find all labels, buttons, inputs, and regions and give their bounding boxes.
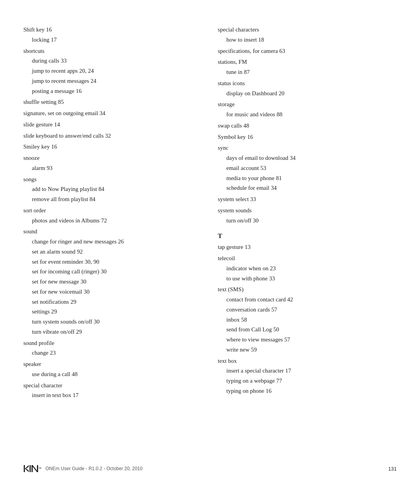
svg-rect-1 (24, 465, 25, 472)
index-sub-entry: media to your phone 81 (218, 173, 397, 183)
index-sub-entry: add to Now Playing playlist 84 (23, 184, 194, 194)
index-sub-entry: for music and videos 88 (218, 110, 397, 119)
index-main-entry: sound profile (23, 338, 194, 348)
index-main-entry: speaker (23, 359, 194, 369)
index-sub-entry: tune in 87 (218, 67, 397, 77)
index-sub-entry: set notifications 29 (23, 297, 194, 307)
index-main-entry: signature, set on outgoing email 34 (23, 108, 194, 118)
index-main-entry: slide gesture 14 (23, 120, 194, 130)
index-sub-entry: write new 59 (218, 345, 397, 355)
trademark-symbol: ™ (38, 467, 42, 471)
index-main-entry: sound (23, 227, 194, 236)
index-main-entry: specifications, for camera 63 (218, 46, 397, 56)
index-main-entry: Shift key 16 (23, 25, 194, 35)
index-sub-entry: inbox 58 (218, 315, 397, 325)
index-main-entry: system sounds (218, 206, 397, 215)
page: Shift key 16locking 17shortcutsduring ca… (0, 0, 420, 504)
index-sub-entry: set for incoming call (ringer) 30 (23, 267, 194, 276)
index-main-entry: snooze (23, 153, 194, 163)
footer-logo-area: ™ ONEm User Guide - R1.0.2 - October 20,… (23, 464, 142, 473)
index-main-entry: telecoil (218, 254, 397, 263)
index-sub-entry: contact from contact card 42 (218, 295, 397, 304)
index-main-entry: slide keyboard to answer/end calls 32 (23, 131, 194, 141)
index-sub-entry: turn on/off 30 (218, 216, 397, 226)
index-main-entry: shuffle setting 85 (23, 97, 194, 107)
index-sub-entry: posting a message 16 (23, 86, 194, 96)
index-sub-entry: set for new voicemail 30 (23, 287, 194, 297)
index-sub-entry: turn vibrate on/off 29 (23, 327, 194, 337)
index-sub-entry: during calls 33 (23, 56, 194, 66)
index-sub-entry: settings 29 (23, 307, 194, 317)
index-columns: Shift key 16locking 17shortcutsduring ca… (23, 23, 397, 460)
index-sub-entry: schedule for email 34 (218, 183, 397, 193)
footer: ™ ONEm User Guide - R1.0.2 - October 20,… (23, 460, 397, 473)
svg-rect-3 (30, 465, 31, 472)
index-main-entry: text (SMS) (218, 285, 397, 294)
index-main-entry: text box (218, 356, 397, 366)
svg-marker-2 (25, 465, 29, 472)
svg-marker-5 (32, 465, 38, 472)
index-sub-entry: remove all from playlist 84 (23, 194, 194, 204)
index-sub-entry: how to insert 18 (218, 35, 397, 45)
kin-logo-svg (23, 464, 38, 473)
index-sub-entry: conversation cards 57 (218, 305, 397, 315)
index-sub-entry: to use with phone 33 (218, 274, 397, 284)
index-sub-entry: set an alarm sound 92 (23, 247, 194, 257)
index-main-entry: shortcuts (23, 46, 194, 56)
index-sub-entry: display on Dashboard 20 (218, 89, 397, 98)
index-main-entry: special character (23, 381, 194, 390)
index-sub-entry: use during a call 48 (23, 369, 194, 379)
index-sub-entry: change 23 (23, 348, 194, 358)
kin-logo: ™ (23, 464, 42, 473)
index-main-entry: sort order (23, 206, 194, 215)
index-main-entry: system select 33 (218, 194, 397, 204)
index-main-entry: songs (23, 175, 194, 184)
index-sub-entry: set for new message 30 (23, 277, 194, 287)
index-sub-entry: typing on a webpage 77 (218, 376, 397, 386)
index-sub-entry: where to view messages 57 (218, 335, 397, 345)
index-sub-entry: locking 17 (23, 35, 194, 45)
page-number: 131 (388, 466, 397, 472)
index-sub-entry: insert in text box 17 (23, 390, 194, 400)
index-sub-entry: change for ringer and new messages 26 (23, 237, 194, 247)
index-main-entry: swap calls 48 (218, 121, 397, 131)
index-main-entry: storage (218, 100, 397, 109)
index-main-entry: stations, FM (218, 57, 397, 67)
index-sub-entry: jump to recent apps 20, 24 (23, 66, 194, 76)
index-main-entry: Smiley key 16 (23, 142, 194, 152)
index-sub-entry: typing on phone 16 (218, 386, 397, 396)
index-main-entry: sync (218, 143, 397, 153)
index-main-entry: status icons (218, 79, 397, 88)
section-letter: T (218, 232, 397, 240)
index-sub-entry: email account 53 (218, 163, 397, 173)
index-sub-entry: set for event reminder 30, 90 (23, 257, 194, 267)
index-sub-entry: turn system sounds on/off 30 (23, 317, 194, 327)
index-sub-entry: insert a special character 17 (218, 366, 397, 376)
index-sub-entry: jump to recent messages 24 (23, 76, 194, 86)
index-main-entry: Symbol key 16 (218, 132, 397, 142)
index-sub-entry: alarm 93 (23, 163, 194, 173)
left-column: Shift key 16locking 17shortcutsduring ca… (23, 23, 210, 460)
index-main-entry: special characters (218, 25, 397, 35)
right-column: special charactershow to insert 18specif… (210, 23, 397, 460)
index-sub-entry: indicator when on 23 (218, 264, 397, 273)
index-sub-entry: days of email to download 34 (218, 153, 397, 163)
index-sub-entry: photos and videos in Albums 72 (23, 216, 194, 226)
index-main-entry: tap gesture 13 (218, 242, 397, 252)
index-sub-entry: send from Call Log 50 (218, 325, 397, 334)
footer-guide-text: ONEm User Guide - R1.0.2 - October 20, 2… (46, 466, 142, 471)
